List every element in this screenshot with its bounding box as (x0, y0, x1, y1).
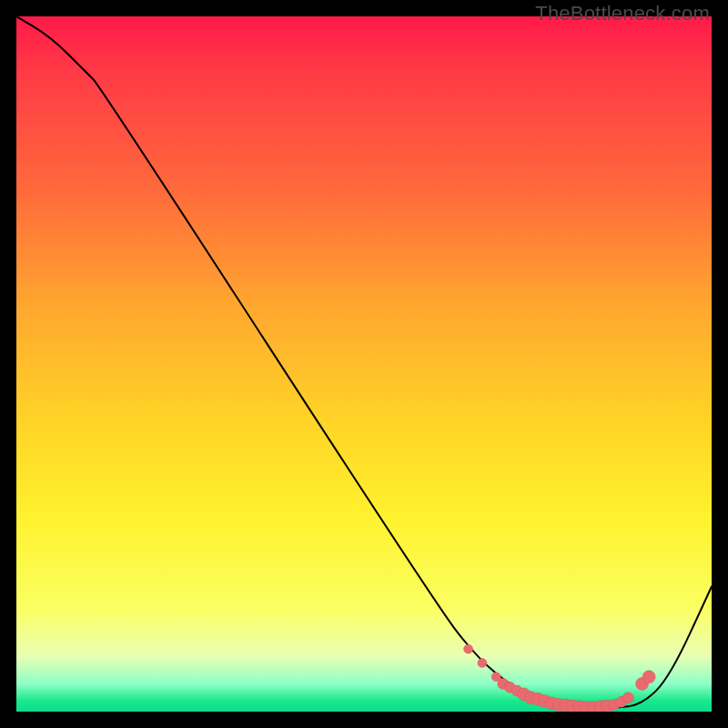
chart-overlay-svg (16, 16, 712, 712)
optimal-dot (464, 644, 473, 653)
optimal-range-dots-group (464, 644, 656, 712)
chart-frame (16, 16, 712, 712)
optimal-dot (622, 693, 633, 703)
bottleneck-curve-path (16, 16, 712, 708)
watermark-label: TheBottleneck.com (535, 2, 710, 25)
optimal-dot (478, 659, 487, 668)
optimal-dot (642, 671, 655, 683)
